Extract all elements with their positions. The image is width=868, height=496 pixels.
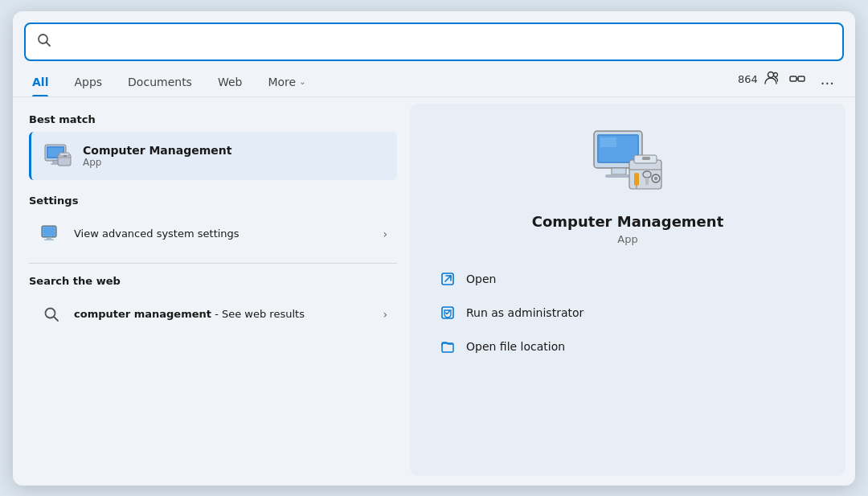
- web-search-title: Search the web: [29, 275, 397, 287]
- filter-tabs: All Apps Documents Web More ⌄ 864: [13, 61, 855, 97]
- action-open[interactable]: Open: [429, 263, 826, 295]
- group-icon-area: [788, 72, 806, 88]
- tab-documents[interactable]: Documents: [115, 69, 205, 96]
- main-content: Best match: [13, 97, 855, 486]
- web-item-text: computer management - See web results: [74, 308, 305, 320]
- tab-count-area: 864 ...: [738, 69, 839, 96]
- svg-rect-35: [645, 178, 649, 185]
- tab-apps[interactable]: Apps: [61, 69, 115, 96]
- best-match-name: Computer Management: [83, 144, 232, 157]
- more-options-button[interactable]: ...: [816, 69, 839, 89]
- action-open-label: Open: [466, 273, 496, 285]
- svg-rect-31: [642, 157, 650, 160]
- svg-line-39: [445, 276, 451, 281]
- folder-icon: [439, 338, 457, 355]
- web-search-icon: [39, 301, 64, 327]
- action-file-location-label: Open file location: [466, 340, 565, 353]
- web-query-label: computer management - See web results: [74, 308, 305, 320]
- svg-point-37: [654, 177, 657, 180]
- best-match-type: App: [83, 157, 232, 168]
- svg-line-1: [47, 42, 51, 46]
- best-match-item[interactable]: Computer Management App: [29, 132, 397, 180]
- shield-icon: [439, 304, 457, 322]
- svg-rect-33: [636, 186, 637, 189]
- tab-more[interactable]: More ⌄: [255, 69, 318, 96]
- best-match-title: Best match: [29, 113, 397, 125]
- chevron-down-icon: ⌄: [299, 77, 305, 86]
- svg-rect-19: [44, 239, 54, 240]
- svg-rect-32: [634, 173, 639, 186]
- settings-title: Settings: [29, 195, 397, 207]
- result-count: 864: [738, 70, 779, 89]
- svg-rect-15: [63, 155, 67, 157]
- svg-rect-17: [43, 228, 55, 236]
- svg-rect-26: [612, 168, 626, 174]
- tab-all[interactable]: All: [29, 69, 61, 96]
- settings-item-0[interactable]: View advanced system settings ›: [29, 213, 397, 255]
- tab-web[interactable]: Web: [205, 69, 256, 96]
- search-icon: [37, 33, 51, 51]
- search-input[interactable]: computer management: [59, 35, 831, 49]
- left-panel: Best match: [13, 97, 410, 486]
- app-detail-icon: [588, 128, 668, 200]
- chevron-right-icon: ›: [383, 228, 387, 240]
- svg-rect-4: [790, 76, 796, 81]
- action-run-as-admin[interactable]: Run as administrator: [429, 297, 826, 329]
- system-settings-icon: [39, 221, 64, 247]
- person-icon: [763, 70, 779, 89]
- svg-line-21: [54, 317, 58, 321]
- web-search-item[interactable]: computer management - See web results ›: [29, 293, 397, 335]
- action-admin-label: Run as administrator: [466, 306, 583, 319]
- svg-rect-18: [47, 237, 51, 240]
- app-detail-name: Computer Management: [532, 213, 723, 230]
- open-icon: [439, 270, 457, 288]
- app-icon-small: [41, 140, 73, 172]
- svg-rect-5: [798, 76, 805, 81]
- best-match-info: Computer Management App: [83, 144, 232, 168]
- right-panel: Computer Management App Open: [410, 104, 845, 476]
- search-panel: computer management All Apps Documents W…: [13, 11, 855, 486]
- section-divider: [29, 263, 397, 264]
- app-detail-type: App: [617, 233, 637, 245]
- action-open-file-location[interactable]: Open file location: [429, 330, 826, 363]
- search-bar: computer management: [24, 23, 844, 61]
- chevron-right-icon-web: ›: [383, 308, 387, 321]
- group-icon: [788, 72, 806, 88]
- settings-item-label: View advanced system settings: [74, 228, 240, 240]
- svg-rect-27: [605, 174, 633, 178]
- svg-point-2: [768, 72, 773, 77]
- action-list: Open Run as administrator: [429, 263, 826, 363]
- svg-rect-25: [600, 137, 616, 147]
